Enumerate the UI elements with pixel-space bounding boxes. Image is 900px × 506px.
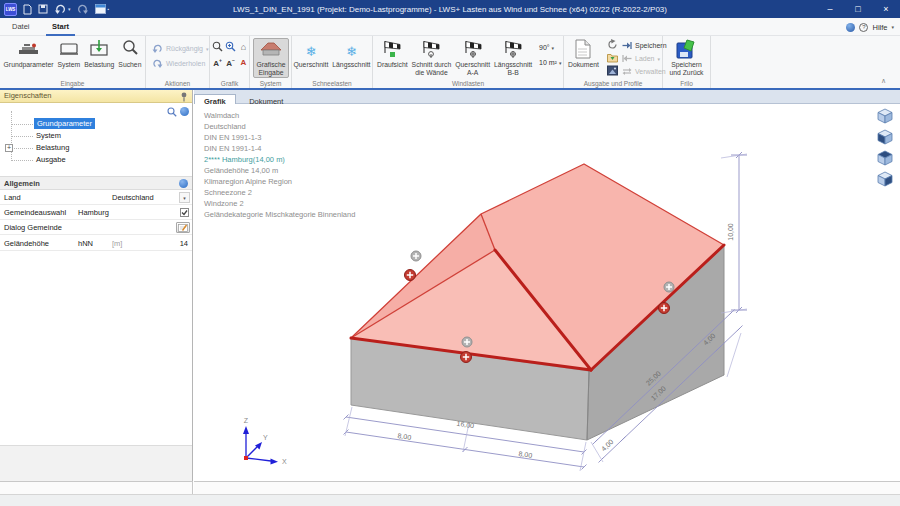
caret-down-icon[interactable]: ▾ bbox=[68, 6, 71, 12]
wind-schnitt-waende-button[interactable]: Schnitt durch die Wände bbox=[410, 38, 454, 78]
suchen-button[interactable]: Suchen bbox=[116, 38, 143, 78]
properties-panel: Eigenschaften Grundparameter System Bela… bbox=[0, 90, 193, 481]
tree-item-system[interactable]: System bbox=[36, 130, 61, 141]
group-eingabe: Grundparameter System Belastung Suchen E… bbox=[0, 36, 146, 88]
redo-icon bbox=[152, 59, 163, 68]
group-grafik: ⌂ A+ A− A Grafik bbox=[210, 36, 250, 88]
save-icon[interactable] bbox=[38, 4, 48, 14]
group-aktionen: Rückgängig ▾ Wiederholen Aktionen bbox=[146, 36, 210, 88]
model-viewport[interactable]: 16,00 8,00 8,00 25,00 4,00 17,00 4,00 10… bbox=[194, 104, 900, 481]
wind-querschnitt-aa-button[interactable]: Querschnitt A-A bbox=[453, 38, 492, 78]
collapse-ribbon-icon[interactable]: ∧ bbox=[881, 77, 886, 85]
image-export-icon[interactable] bbox=[607, 65, 618, 76]
font-color-icon[interactable]: A bbox=[237, 56, 250, 69]
statusbar-left-cell bbox=[0, 481, 193, 494]
app-icon[interactable]: LWS bbox=[4, 3, 17, 16]
zoom-icon[interactable] bbox=[211, 40, 224, 53]
property-row-dialog-gemeinde: Dialog Gemeinde bbox=[0, 220, 192, 235]
axis-x-label: X bbox=[282, 458, 287, 465]
speichern-und-zurueck-button[interactable]: Speichern und Zurück bbox=[667, 38, 705, 78]
expander-icon[interactable]: + bbox=[5, 144, 13, 152]
panel-footer-area bbox=[0, 445, 192, 481]
minimize-button[interactable]: – bbox=[816, 0, 844, 18]
tree-line bbox=[11, 148, 33, 149]
schnee-laengsschnitt-button[interactable]: ❄ Längsschnitt bbox=[330, 38, 372, 78]
help-menu[interactable]: Hilfe bbox=[872, 23, 887, 32]
dim-front-total: 16,00 bbox=[456, 420, 474, 429]
tree-item-ausgabe[interactable]: Ausgabe bbox=[36, 154, 66, 165]
frilo-ball-icon[interactable] bbox=[846, 23, 855, 32]
wind-angle-dropdown[interactable]: 90° ▾ bbox=[539, 44, 554, 51]
property-row-gemeindeauswahl: Gemeindeauswahl Hamburg bbox=[0, 205, 192, 220]
info-ball-icon[interactable] bbox=[180, 107, 189, 116]
application-window: LWS ▾ ▪ LWS_1_DIN_EN_1991 (Projekt: Demo… bbox=[0, 0, 900, 506]
wind-area-dropdown[interactable]: 10 m² ▾ bbox=[539, 59, 561, 66]
search-icon[interactable] bbox=[167, 107, 177, 117]
info-line: Schneezone 2 bbox=[204, 187, 355, 198]
group-schneelasten: ❄ Querschnitt ❄ Längsschnitt Schneelaste… bbox=[292, 36, 373, 88]
property-label: Geländehöhe bbox=[4, 239, 49, 248]
maximize-button[interactable]: □ bbox=[844, 0, 872, 18]
info-line: Geländehöhe 14,00 m bbox=[204, 165, 355, 176]
belastung-icon bbox=[88, 39, 110, 59]
info-ball-icon[interactable] bbox=[179, 179, 188, 188]
wind-draufsicht-button[interactable]: Draufsicht bbox=[375, 38, 410, 78]
redo-icon[interactable] bbox=[77, 4, 89, 14]
property-label: Land bbox=[4, 193, 21, 202]
profile-verwalten-button[interactable]: Verwalten bbox=[622, 67, 666, 76]
land-value[interactable]: Deutschland bbox=[112, 193, 154, 202]
view-cube-top-button[interactable] bbox=[876, 150, 894, 166]
dropdown-button[interactable]: ▾ bbox=[179, 192, 190, 203]
tree-item-belastung[interactable]: Belastung bbox=[36, 142, 69, 153]
tree-item-grundparameter[interactable]: Grundparameter bbox=[34, 118, 95, 129]
axis-triad: Z X Y bbox=[243, 417, 287, 465]
close-button[interactable]: × bbox=[872, 0, 900, 18]
view-cube-iso-button[interactable] bbox=[876, 108, 894, 124]
load-profile-icon bbox=[622, 54, 632, 63]
document-icon bbox=[575, 39, 591, 59]
qat-overflow-icon[interactable]: ▪ bbox=[108, 6, 110, 12]
grip-gray bbox=[462, 337, 472, 347]
profile-speichern-button[interactable]: Speichern bbox=[622, 41, 667, 50]
properties-header-label: Eigenschaften bbox=[4, 91, 52, 100]
profile-laden-button[interactable]: Laden ▾ bbox=[622, 54, 660, 63]
properties-header: Eigenschaften bbox=[0, 90, 192, 103]
section-label: Allgemein bbox=[4, 179, 40, 188]
dokument-button[interactable]: Dokument bbox=[566, 38, 601, 70]
system-button[interactable]: System bbox=[55, 38, 82, 78]
hoehe-value[interactable]: 14 bbox=[180, 239, 188, 248]
gemeinde-value: Hamburg bbox=[78, 208, 109, 217]
schnee-querschnitt-button[interactable]: ❄ Querschnitt bbox=[292, 38, 331, 78]
tab-start[interactable]: Start bbox=[46, 18, 75, 36]
profile-folder-icon[interactable] bbox=[607, 52, 618, 63]
caret-down-icon: ▾ bbox=[891, 24, 894, 30]
group-label: Eingabe bbox=[0, 80, 145, 87]
grundparameter-button[interactable]: Grundparameter bbox=[2, 38, 56, 78]
grafische-eingabe-button[interactable]: Grafische Eingabe bbox=[253, 38, 289, 78]
tab-datei[interactable]: Datei bbox=[6, 18, 36, 36]
belastung-button[interactable]: Belastung bbox=[82, 38, 116, 78]
redo-button[interactable]: Wiederholen bbox=[152, 59, 205, 68]
frilo-control-center-icon[interactable] bbox=[95, 4, 106, 14]
undo-icon[interactable] bbox=[54, 4, 66, 14]
info-line: Klimaregion Alpine Region bbox=[204, 176, 355, 187]
tree-line bbox=[11, 124, 33, 125]
checkbox-checked[interactable] bbox=[180, 208, 189, 217]
zoom-window-icon[interactable] bbox=[224, 40, 237, 53]
font-increase-icon[interactable]: A+ bbox=[211, 56, 224, 69]
zoom-home-icon[interactable]: ⌂ bbox=[237, 40, 250, 53]
font-decrease-icon[interactable]: A− bbox=[224, 56, 237, 69]
pin-icon[interactable] bbox=[180, 92, 188, 102]
grip-red bbox=[461, 352, 472, 363]
info-line: DIN EN 1991-1-3 bbox=[204, 132, 355, 143]
undo-button[interactable]: Rückgängig ▾ bbox=[152, 44, 208, 53]
group-ausgabe: Dokument Speichern Laden ▾ Verwalten Aus… bbox=[564, 36, 663, 88]
wind-laengsschnitt-bb-button[interactable]: Längsschnitt B-B bbox=[492, 38, 534, 78]
view-cube-side-button[interactable] bbox=[876, 171, 894, 187]
view-cube-front-button[interactable] bbox=[876, 129, 894, 145]
refresh-icon[interactable] bbox=[607, 39, 618, 50]
edit-dialog-button[interactable] bbox=[176, 222, 190, 233]
new-document-icon[interactable] bbox=[23, 4, 32, 15]
help-icon: ? bbox=[859, 23, 868, 32]
info-line: Windzone 2 bbox=[204, 198, 355, 209]
